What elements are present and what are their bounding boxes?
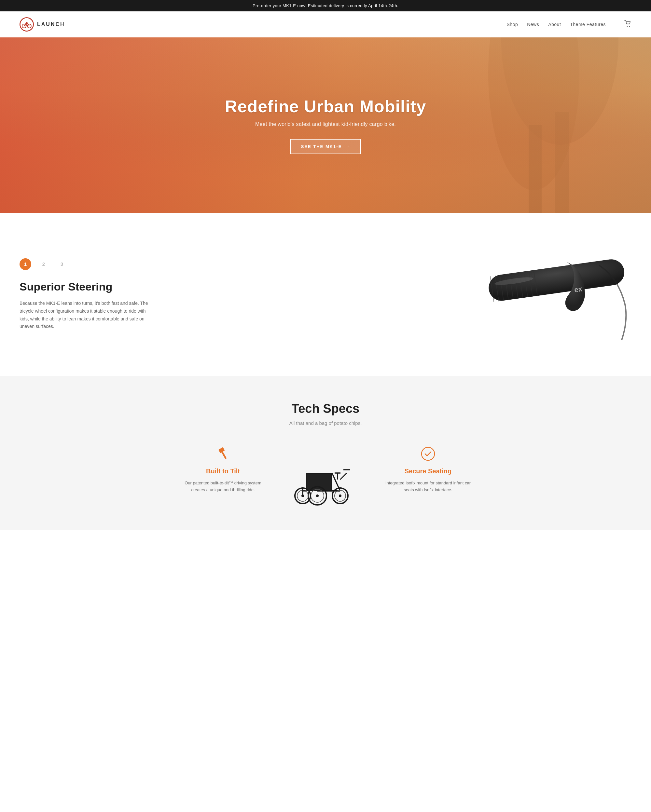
hero-cta-arrow: → <box>345 144 350 149</box>
nav-links: Shop News About Theme Features <box>506 20 631 29</box>
hero-content: Redefine Urban Mobility Meet the world's… <box>225 97 426 154</box>
nav-divider <box>615 21 615 28</box>
announcement-text: Pre-order your MK1-E now! Estimated deli… <box>252 3 399 8</box>
spec-secure-seating-desc: Integrated Isofix mount for standard inf… <box>384 479 472 493</box>
cart-icon[interactable] <box>624 20 631 29</box>
spec-built-to-tilt: Built to Tilt Our patented built-to-tilt… <box>179 446 267 493</box>
nav-about[interactable]: About <box>548 22 561 27</box>
checkmark-icon <box>420 446 437 462</box>
svg-rect-32 <box>221 451 226 459</box>
features-right: ex <box>176 239 631 350</box>
hero-title: Redefine Urban Mobility <box>225 97 426 116</box>
svg-point-10 <box>627 26 628 27</box>
svg-point-46 <box>339 495 341 497</box>
logo[interactable]: LAUNCH <box>20 17 65 32</box>
hero-subtitle: Meet the world's safest and lightest kid… <box>225 121 426 127</box>
features-body: Because the MK1-E leans into turns, it's… <box>20 300 156 331</box>
handlebar-image: ex <box>462 239 631 350</box>
svg-point-11 <box>629 26 630 27</box>
svg-rect-14 <box>529 125 542 213</box>
bike-illustration <box>283 446 368 510</box>
step-2[interactable]: 2 <box>38 258 49 270</box>
hammer-icon <box>214 446 231 462</box>
spec-secure-seating: Secure Seating Integrated Isofix mount f… <box>384 446 472 493</box>
logo-text: LAUNCH <box>37 21 65 27</box>
hero-section: Redefine Urban Mobility Meet the world's… <box>0 37 651 213</box>
nav-shop[interactable]: Shop <box>506 22 518 27</box>
nav-news[interactable]: News <box>527 22 539 27</box>
bike-center-image <box>280 446 371 510</box>
tech-specs-title: Tech Specs <box>20 402 631 416</box>
tech-specs-grid: Built to Tilt Our patented built-to-tilt… <box>179 446 472 510</box>
spec-secure-seating-name: Secure Seating <box>405 467 452 475</box>
tech-specs-subtitle: All that and a bag of potato chips. <box>20 420 631 426</box>
features-left: 1 2 3 Superior Steering Because the MK1-… <box>20 258 156 331</box>
logo-icon <box>20 17 34 32</box>
svg-rect-15 <box>555 112 569 213</box>
features-heading: Superior Steering <box>20 281 156 293</box>
navigation: LAUNCH Shop News About Theme Features <box>0 11 651 37</box>
svg-rect-34 <box>307 474 332 490</box>
nav-theme-features[interactable]: Theme Features <box>570 22 606 27</box>
hero-cta-button[interactable]: SEE THE MK1-E → <box>290 139 361 154</box>
hero-cta-label: SEE THE MK1-E <box>301 144 342 149</box>
spec-built-to-tilt-name: Built to Tilt <box>206 467 240 475</box>
tech-specs-section: Tech Specs All that and a bag of potato … <box>0 376 651 530</box>
svg-point-43 <box>316 495 319 497</box>
svg-point-52 <box>422 447 434 460</box>
feature-steps: 1 2 3 <box>20 258 156 270</box>
step-1[interactable]: 1 <box>20 258 31 270</box>
svg-line-37 <box>340 473 347 479</box>
announcement-bar: Pre-order your MK1-E now! Estimated deli… <box>0 0 651 11</box>
svg-text:ex: ex <box>574 285 583 294</box>
spec-built-to-tilt-desc: Our patented built-to-tilt™ driving syst… <box>179 479 267 493</box>
step-3[interactable]: 3 <box>56 258 68 270</box>
features-section: 1 2 3 Superior Steering Because the MK1-… <box>0 213 651 376</box>
